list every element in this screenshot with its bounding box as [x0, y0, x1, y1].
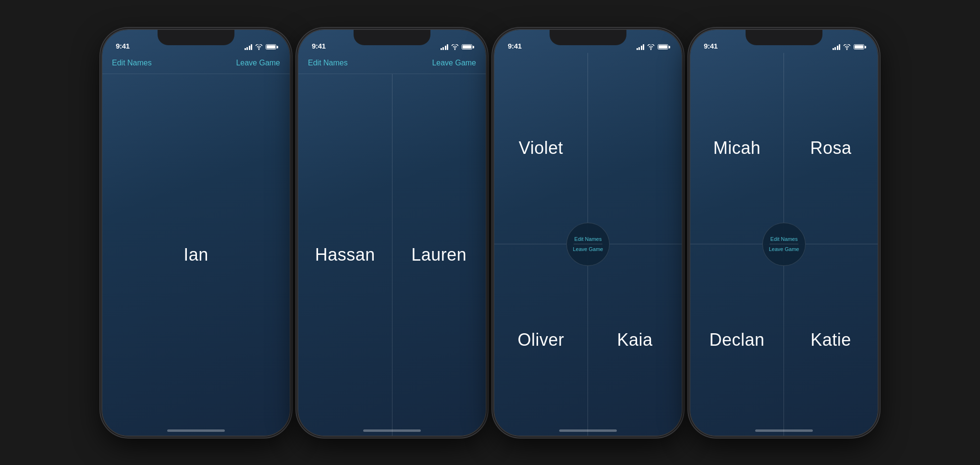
phone-1-edit-names[interactable]: Edit Names: [112, 59, 152, 67]
phone-3-center-edit-names[interactable]: Edit Names: [575, 236, 602, 242]
phone-4-center-leave-game[interactable]: Leave Game: [769, 246, 799, 252]
phone-3-screen: 9:41 Violet: [494, 30, 682, 436]
phone-4-wifi-icon: [843, 44, 851, 50]
phone-3-wifi-icon: [647, 44, 655, 50]
phone-4-player-katie-area: Katie: [784, 244, 878, 436]
phone-2-signal: [441, 44, 449, 50]
phone-2-wifi-icon: [451, 44, 459, 50]
phone-1-status-icons: [245, 44, 277, 50]
phone-3-player-oliver-area: Oliver: [494, 244, 588, 436]
phone-4-player-rosa[interactable]: Rosa: [810, 138, 851, 158]
phone-3: 9:41 Violet: [494, 30, 682, 436]
phone-1-leave-game[interactable]: Leave Game: [236, 59, 280, 67]
phone-3-player-empty-area: [588, 53, 682, 244]
phone-4-player-micah-area: Micah: [690, 53, 784, 244]
phone-1-wifi-icon: [255, 44, 263, 50]
svg-point-0: [258, 49, 259, 50]
phone-2-player-hassan-area: Hassan: [298, 74, 392, 436]
phone-4-players-grid: Micah Rosa Declan Katie Edit Names Leav: [690, 53, 878, 436]
phone-4: 9:41 Micah: [690, 30, 878, 436]
phone-3-player-kaia-area: Kaia: [588, 244, 682, 436]
phone-3-player-oliver[interactable]: Oliver: [517, 330, 564, 350]
phone-2-game-area: Hassan Lauren: [298, 74, 486, 436]
phones-container: 9:41 Edit Names Leave Game: [93, 20, 887, 445]
phone-3-center-menu: Edit Names Leave Game: [566, 223, 610, 266]
phone-1-signal: [245, 44, 253, 50]
phone-3-status-icons: [637, 44, 669, 50]
phone-2-status-icons: [441, 44, 473, 50]
phone-1-time: 9:41: [116, 42, 130, 50]
phone-1-player-ian[interactable]: Ian: [184, 245, 208, 265]
phone-2-notch: [354, 30, 430, 45]
phone-1-game-area: Ian: [102, 74, 290, 436]
phone-2-players-grid: Hassan Lauren: [298, 74, 486, 436]
phone-4-signal: [833, 44, 841, 50]
phone-4-player-katie[interactable]: Katie: [810, 330, 851, 350]
svg-point-1: [454, 49, 455, 50]
phone-3-game-area: Violet Oliver Kaia Edit Names Leave Ga: [494, 53, 682, 436]
phone-2-player-lauren-area: Lauren: [392, 74, 486, 436]
phone-4-player-declan[interactable]: Declan: [709, 330, 764, 350]
phone-4-status-icons: [833, 44, 865, 50]
phone-3-time: 9:41: [508, 42, 522, 50]
phone-4-center-menu: Edit Names Leave Game: [762, 223, 806, 266]
phone-4-notch: [746, 30, 822, 45]
phone-3-signal: [637, 44, 645, 50]
phone-1-home-indicator: [167, 429, 225, 432]
phone-3-player-violet-area: Violet: [494, 53, 588, 244]
phone-4-center-edit-names[interactable]: Edit Names: [771, 236, 798, 242]
phone-2-edit-names[interactable]: Edit Names: [308, 59, 348, 67]
phone-1: 9:41 Edit Names Leave Game: [102, 30, 290, 436]
phone-4-player-declan-area: Declan: [690, 244, 784, 436]
phone-3-battery: [658, 44, 668, 50]
phone-3-center-divider: [574, 244, 602, 244]
phone-2-player-hassan[interactable]: Hassan: [315, 245, 375, 265]
phone-1-notch: [158, 30, 234, 45]
phone-1-battery: [266, 44, 276, 50]
phone-2-nav: Edit Names Leave Game: [298, 53, 486, 74]
phone-4-player-rosa-area: Rosa: [784, 53, 878, 244]
svg-point-3: [846, 49, 847, 50]
phone-2-time: 9:41: [312, 42, 326, 50]
phone-3-player-kaia[interactable]: Kaia: [617, 330, 652, 350]
phone-4-home-indicator: [755, 429, 813, 432]
phone-1-screen: 9:41 Edit Names Leave Game: [102, 30, 290, 436]
phone-4-battery: [854, 44, 864, 50]
phone-4-screen: 9:41 Micah: [690, 30, 878, 436]
phone-3-player-violet[interactable]: Violet: [519, 138, 563, 158]
phone-4-game-area: Micah Rosa Declan Katie Edit Names Leav: [690, 53, 878, 436]
phone-3-players-grid: Violet Oliver Kaia Edit Names Leave Ga: [494, 53, 682, 436]
phone-4-time: 9:41: [704, 42, 718, 50]
phone-1-player-area: Ian: [102, 74, 290, 436]
phone-2-leave-game[interactable]: Leave Game: [432, 59, 476, 67]
phone-4-player-micah[interactable]: Micah: [713, 138, 761, 158]
phone-2-screen: 9:41 Edit Names Leave Game: [298, 30, 486, 436]
phone-1-nav: Edit Names Leave Game: [102, 53, 290, 74]
phone-2-home-indicator: [363, 429, 421, 432]
phone-2-player-lauren[interactable]: Lauren: [411, 245, 466, 265]
phone-3-home-indicator: [559, 429, 617, 432]
phone-3-notch: [550, 30, 626, 45]
phone-2-battery: [462, 44, 472, 50]
svg-point-2: [650, 49, 651, 50]
phone-2: 9:41 Edit Names Leave Game: [298, 30, 486, 436]
phone-3-center-leave-game[interactable]: Leave Game: [573, 246, 603, 252]
phone-4-center-divider: [770, 244, 798, 244]
